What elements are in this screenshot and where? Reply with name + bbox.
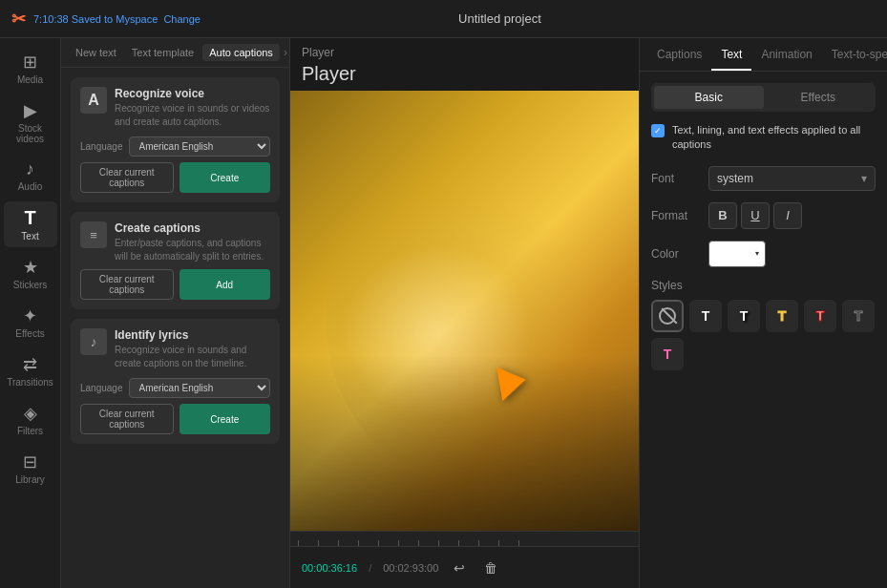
underline-button[interactable]: U [741, 202, 770, 229]
recognize-voice-info: Recognize voice Recognize voice in sound… [115, 87, 270, 129]
sidebar-label-stickers: Stickers [13, 280, 48, 290]
create-captions-info: Create captions Enter/paste captions, an… [115, 221, 270, 263]
recognize-voice-desc: Recognize voice in sounds or videos and … [115, 102, 270, 129]
create-btn-1[interactable]: Create [180, 162, 271, 193]
tab-text-template[interactable]: Text template [125, 44, 201, 61]
create-captions-title: Create captions [115, 221, 270, 235]
sidebar-label-filters: Filters [17, 426, 43, 436]
tab-text[interactable]: Text [711, 38, 751, 71]
player-controls: 00:00:36:16 / 00:02:93:00 ↩ 🗑 [290, 546, 639, 588]
sidebar-item-audio[interactable]: ♪ Audio [4, 154, 57, 198]
create-captions-buttons: Clear current captions Add [80, 269, 270, 300]
timeline-ticks [290, 531, 639, 546]
top-bar: ✂ 7:10:38 Saved to Myspace Change Untitl… [0, 0, 887, 38]
tab-auto-captions[interactable]: Auto captions [202, 44, 280, 61]
clear-captions-btn-2[interactable]: Clear current captions [80, 269, 174, 300]
identify-lyrics-desc: Recognize voice in sounds and create cap… [115, 344, 270, 370]
icon-sidebar: ⊞ Media ▶ Stock videos ♪ Audio T Text ★ … [0, 38, 61, 588]
add-btn[interactable]: Add [180, 269, 271, 300]
bold-button[interactable]: B [708, 202, 737, 229]
create-captions-icon: ≡ [80, 221, 107, 248]
media-icon: ⊞ [23, 52, 37, 73]
sidebar-label-stock: Stock videos [11, 123, 50, 144]
sidebar-item-effects[interactable]: ✦ Effects [4, 300, 57, 345]
sidebar-item-text[interactable]: T Text [4, 201, 57, 247]
top-bar-status: 7:10:38 Saved to Myspace Change [33, 13, 201, 25]
time-total: 00:02:93:00 [383, 562, 438, 574]
sidebar-label-audio: Audio [18, 181, 43, 192]
sidebar-item-stickers[interactable]: ★ Stickers [4, 251, 57, 296]
language-select-3[interactable]: American English [129, 378, 271, 398]
style-red-btn[interactable]: T [804, 300, 836, 332]
identify-lyrics-section: ♪ Identify lyrics Recognize voice in sou… [71, 319, 280, 444]
tab-tts[interactable]: Text-to-speech [822, 38, 887, 71]
font-select-arrow: ▾ [861, 172, 867, 185]
text-panel-tabs: Captions Text Animation Text-to-speech [640, 38, 887, 72]
cursor-pointer-icon [496, 363, 529, 401]
style-none-btn[interactable] [651, 300, 684, 332]
format-buttons: B U I [708, 202, 802, 229]
audio-icon: ♪ [26, 159, 34, 179]
sidebar-item-stock[interactable]: ▶ Stock videos [4, 94, 57, 150]
none-icon [659, 307, 676, 325]
undo-button[interactable]: ↩ [450, 556, 469, 579]
style-shadow-btn[interactable]: T [728, 300, 760, 332]
color-swatch[interactable]: ▾ [708, 241, 766, 267]
panel-content: A Recognize voice Recognize voice in sou… [61, 68, 289, 588]
identify-lyrics-icon: ♪ [80, 328, 107, 355]
styles-section: Styles T T T [651, 279, 876, 370]
identify-lyrics-title: Identify lyrics [115, 328, 270, 342]
subtab-basic[interactable]: Basic [654, 86, 764, 109]
project-title: Untitled project [458, 11, 541, 26]
font-select[interactable]: system ▾ [708, 166, 876, 191]
recognize-voice-controls: Language American English [80, 136, 270, 157]
style-outline-btn[interactable]: T [842, 300, 875, 332]
style-plain-btn[interactable]: T [689, 300, 722, 332]
identify-lyrics-header: ♪ Identify lyrics Recognize voice in sou… [80, 328, 270, 370]
player-area: Player Player 00:00:3 [290, 38, 639, 588]
clear-captions-btn-1[interactable]: Clear current captions [80, 162, 174, 193]
style-pink-btn[interactable]: T [651, 338, 684, 370]
style-red-text: T [816, 308, 825, 324]
sidebar-label-transitions: Transitions [7, 377, 53, 388]
lang-label-3: Language [80, 383, 123, 393]
create-captions-desc: Enter/paste captions, and captions will … [115, 237, 270, 263]
italic-button[interactable]: I [773, 202, 802, 229]
language-select-1[interactable]: American English [129, 136, 271, 157]
identify-lyrics-buttons: Clear current captions Create [80, 404, 270, 434]
sidebar-item-media[interactable]: ⊞ Media [4, 46, 57, 91]
create-btn-3[interactable]: Create [180, 404, 271, 434]
logo-icon: ✂ [11, 9, 26, 30]
sidebar-item-filters[interactable]: ◈ Filters [4, 397, 57, 442]
font-label: Font [651, 172, 701, 185]
text-icon: T [24, 207, 35, 229]
clear-captions-btn-3[interactable]: Clear current captions [80, 404, 174, 434]
sidebar-item-transitions[interactable]: ⇄ Transitions [4, 348, 57, 393]
delete-button[interactable]: 🗑 [480, 556, 501, 579]
recognize-voice-header: A Recognize voice Recognize voice in sou… [80, 87, 270, 129]
style-yellow-text: T [778, 308, 787, 324]
tab-captions[interactable]: Captions [647, 38, 711, 71]
tab-animation[interactable]: Animation [751, 38, 821, 71]
style-yellow-btn[interactable]: T [766, 300, 798, 332]
style-plain-text: T [702, 308, 710, 324]
color-preview [715, 246, 746, 262]
subtab-effects[interactable]: Effects [764, 86, 874, 109]
top-bar-left: ✂ 7:10:38 Saved to Myspace Change [11, 9, 201, 30]
main-layout: ⊞ Media ▶ Stock videos ♪ Audio T Text ★ … [0, 38, 887, 588]
change-link[interactable]: Change [163, 13, 201, 25]
styles-row: T T T T T [651, 300, 876, 370]
video-dark-overlay [290, 355, 639, 531]
library-icon: ⊟ [23, 452, 37, 472]
sidebar-item-library[interactable]: ⊟ Library [4, 446, 57, 491]
captions-panel: New text Text template Auto captions › A… [61, 38, 290, 588]
sidebar-label-library: Library [15, 474, 45, 485]
color-label: Color [651, 247, 701, 261]
apply-all-checkbox[interactable] [651, 124, 665, 137]
apply-all-checkbox-row[interactable]: Text, lining, and text effects applied t… [651, 123, 876, 153]
sub-tabs: Basic Effects [651, 83, 876, 112]
player-video[interactable] [290, 91, 639, 531]
filters-icon: ◈ [24, 403, 37, 424]
player-breadcrumb: Player [290, 38, 639, 63]
tab-new-text[interactable]: New text [69, 44, 123, 61]
